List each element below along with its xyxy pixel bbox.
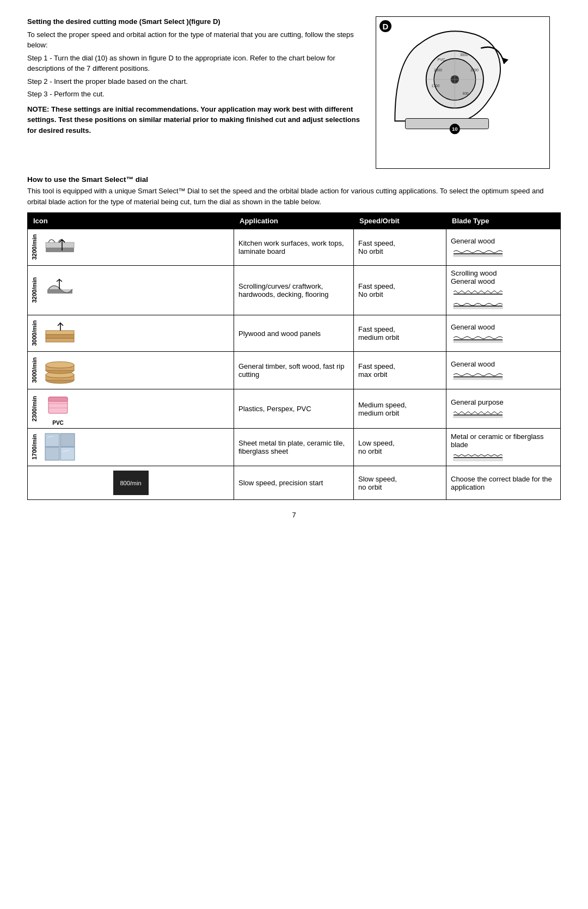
svg-point-29 bbox=[46, 362, 74, 368]
intro-para-3: Step 2 - Insert the proper blade based o… bbox=[27, 76, 365, 87]
svg-rect-38 bbox=[45, 447, 59, 460]
app-cell-4: General timber, soft wood, fast rip cutt… bbox=[234, 352, 354, 389]
section-title: Setting the desired cutting mode (Smart … bbox=[27, 16, 365, 27]
svg-rect-41 bbox=[60, 434, 75, 447]
speed-cell-2: Fast speed,No orbit bbox=[354, 266, 446, 315]
table-row: 3000/min General timber, s bbox=[28, 352, 561, 389]
page-number: 7 bbox=[27, 511, 561, 519]
speed-cell-4: Fast speed,max orbit bbox=[354, 352, 446, 389]
icon-metal bbox=[43, 431, 77, 463]
app-cell-6: Sheet metal tin plate, ceramic tile, fib… bbox=[234, 429, 354, 466]
icon-cell-1: 3200/min bbox=[28, 229, 234, 266]
dial-illustration: PVC 3000 3200 2300 1700 800 10 bbox=[376, 17, 518, 137]
blade-svg-3 bbox=[451, 333, 505, 344]
speed-label-5: 2300/min bbox=[30, 395, 39, 423]
how-to-desc: This tool is equipped with a unique Smar… bbox=[27, 186, 561, 207]
svg-rect-23 bbox=[454, 341, 503, 343]
intro-para-2: Step 1 - Turn the dial (10) as shown in … bbox=[27, 53, 365, 74]
app-cell-2: Scrolling/curves/ craftwork, hardwoods, … bbox=[234, 266, 354, 315]
speed-label-1: 3200/min bbox=[30, 233, 39, 261]
icon-cell-2: 3200/min bbox=[28, 266, 234, 315]
app-cell-7: Slow speed, precision start bbox=[234, 466, 354, 500]
icon-cell-4: 3000/min bbox=[28, 352, 234, 389]
blade-cell-1: General wood bbox=[446, 229, 561, 266]
icon-timber bbox=[43, 354, 77, 387]
intro-para-4: Step 3 - Perform the cut. bbox=[27, 89, 365, 100]
speed-cell-5: Medium speed,medium orbit bbox=[354, 389, 446, 429]
blade-svg-5 bbox=[451, 408, 505, 419]
table-row: 3200/min Scrolling/curves/ craftwork, ha… bbox=[28, 266, 561, 315]
blade-svg-6 bbox=[451, 451, 505, 462]
blade-cell-7: Choose the correct blade for the applica… bbox=[446, 466, 561, 500]
intro-para-1: To select the proper speed and orbital a… bbox=[27, 29, 365, 51]
app-cell-1: Kitchen work surfaces, work tops, lamina… bbox=[234, 229, 354, 266]
svg-rect-22 bbox=[46, 331, 74, 334]
speed-label-4: 3000/min bbox=[30, 356, 39, 384]
table-row: 3000/min Plywood and wood panels Fast sp… bbox=[28, 315, 561, 352]
speed-label-6: 1700/min bbox=[30, 433, 39, 461]
table-row: 800/min Slow speed, precision start Slow… bbox=[28, 466, 561, 500]
svg-rect-37 bbox=[454, 416, 503, 418]
svg-rect-44 bbox=[454, 459, 503, 461]
blade-cell-6: Metal or ceramic or fiberglass blade bbox=[446, 429, 561, 466]
col-header-speed: Speed/Orbit bbox=[354, 213, 446, 229]
svg-text:2300: 2300 bbox=[434, 68, 442, 72]
app-cell-3: Plywood and wood panels bbox=[234, 315, 354, 352]
speed-label-2: 3200/min bbox=[30, 276, 39, 304]
svg-rect-21 bbox=[46, 334, 74, 338]
svg-rect-39 bbox=[60, 447, 75, 460]
app-cell-5: Plastics, Perspex, PVC bbox=[234, 389, 354, 429]
svg-rect-15 bbox=[46, 248, 74, 252]
col-header-icon: Icon bbox=[28, 213, 234, 229]
table-row: 2300/min PVC Plastics, Perspex, PVC M bbox=[28, 389, 561, 429]
svg-rect-19 bbox=[454, 307, 503, 309]
svg-rect-20 bbox=[46, 338, 74, 342]
figure-d-box: D PVC 3000 3200 2300 1700 800 bbox=[376, 16, 550, 169]
blade-cell-4: General wood bbox=[446, 352, 561, 389]
bold-note: NOTE: These settings are initial recomme… bbox=[27, 104, 365, 136]
svg-text:10: 10 bbox=[452, 126, 458, 132]
figure-d-label: D bbox=[379, 20, 391, 32]
svg-text:800: 800 bbox=[463, 91, 469, 95]
blade-svg-4 bbox=[451, 370, 505, 381]
table-row: 1700/min Sheet metal tin plate, ceramic … bbox=[28, 429, 561, 466]
svg-rect-16 bbox=[46, 242, 74, 248]
blade-svg-2b bbox=[451, 301, 505, 312]
icon-precision: 800/min bbox=[113, 471, 149, 495]
blade-cell-3: General wood bbox=[446, 315, 561, 352]
svg-rect-10 bbox=[405, 119, 488, 129]
blade-cell-2: Scrolling woodGeneral wood bbox=[446, 266, 561, 315]
speed-cell-7: Slow speed,no orbit bbox=[354, 466, 446, 500]
icon-cell-6: 1700/min bbox=[28, 429, 234, 466]
table-row: 3200/min Kitchen work surfaces, work top… bbox=[28, 229, 561, 266]
svg-text:3000: 3000 bbox=[460, 53, 468, 57]
icon-plywood bbox=[43, 318, 77, 349]
icon-cell-3: 3000/min bbox=[28, 315, 234, 352]
smart-select-table: Icon Application Speed/Orbit Blade Type … bbox=[27, 212, 561, 500]
blade-svg-1 bbox=[451, 247, 505, 258]
svg-rect-40 bbox=[45, 434, 59, 447]
speed-label-3: 3000/min bbox=[30, 319, 39, 347]
pvc-label: PVC bbox=[52, 420, 64, 426]
figure-d-area: D PVC 3000 3200 2300 1700 800 bbox=[376, 16, 561, 169]
icon-scroll bbox=[43, 274, 77, 307]
svg-text:PVC: PVC bbox=[438, 58, 445, 62]
speed-cell-6: Low speed,no orbit bbox=[354, 429, 446, 466]
speed-cell-3: Fast speed,medium orbit bbox=[354, 315, 446, 352]
blade-svg-2a bbox=[451, 288, 505, 298]
speed-cell-1: Fast speed,No orbit bbox=[354, 229, 446, 266]
col-header-blade: Blade Type bbox=[446, 213, 561, 229]
icon-pvc bbox=[43, 392, 73, 419]
blade-cell-5: General purpose bbox=[446, 389, 561, 429]
col-header-application: Application bbox=[234, 213, 354, 229]
icon-cell-5: 2300/min PVC bbox=[28, 389, 234, 429]
how-to-title: How to use the Smart Select™ dial bbox=[27, 175, 561, 184]
svg-rect-34 bbox=[48, 397, 68, 401]
icon-cell-7: 800/min bbox=[28, 466, 234, 500]
icon-laminate bbox=[43, 231, 77, 263]
blade-type-text-6: Metal or ceramic or fiberglass blade bbox=[451, 432, 544, 449]
top-section: Setting the desired cutting mode (Smart … bbox=[27, 16, 561, 169]
svg-text:3200: 3200 bbox=[470, 68, 479, 72]
svg-rect-32 bbox=[454, 378, 503, 380]
svg-text:1700: 1700 bbox=[431, 84, 439, 88]
